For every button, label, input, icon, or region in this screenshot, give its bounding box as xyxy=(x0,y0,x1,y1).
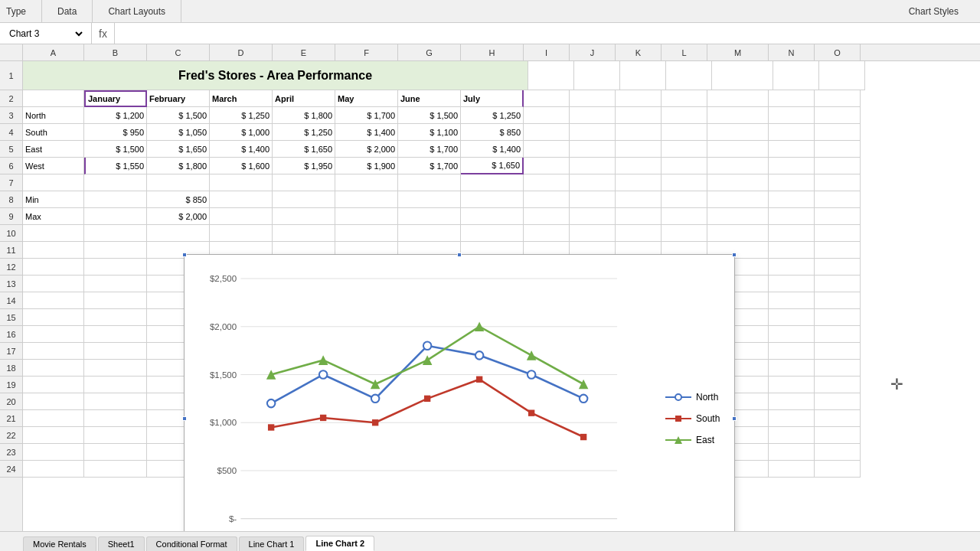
cell-19O[interactable] xyxy=(815,377,861,393)
cell-2F[interactable]: May xyxy=(335,90,398,107)
tab-line-chart-2[interactable]: Line Chart 2 xyxy=(305,536,374,551)
cell-18O[interactable] xyxy=(815,360,861,377)
cell-22A[interactable] xyxy=(23,427,84,444)
cell-12B[interactable] xyxy=(84,259,147,276)
cell-21O[interactable] xyxy=(815,410,861,427)
cell-20A[interactable] xyxy=(23,393,84,410)
cell-10N[interactable] xyxy=(769,225,815,242)
cell-9H[interactable] xyxy=(461,208,524,225)
cell-7H[interactable] xyxy=(461,174,524,191)
cell-5K[interactable] xyxy=(616,141,662,158)
cell-4G[interactable]: $ 1,100 xyxy=(398,124,461,141)
cell-7N[interactable] xyxy=(769,174,815,191)
cell-8C[interactable]: $ 850 xyxy=(147,191,210,208)
cell-16N[interactable] xyxy=(769,326,815,343)
cell-8L[interactable] xyxy=(662,191,707,208)
col-header-A[interactable]: A xyxy=(23,44,84,60)
name-box-select[interactable]: Chart 3 xyxy=(6,28,85,40)
col-header-J[interactable]: J xyxy=(570,44,616,60)
cell-23A[interactable] xyxy=(23,444,84,461)
cell-5B[interactable]: $ 1,500 xyxy=(84,141,147,158)
cell-2L[interactable] xyxy=(662,90,707,107)
cell-7M[interactable] xyxy=(707,174,769,191)
toolbar-data[interactable]: Data xyxy=(42,0,93,22)
cell-23B[interactable] xyxy=(84,444,147,461)
cell-6M[interactable] xyxy=(707,158,769,174)
cell-8F[interactable] xyxy=(335,191,398,208)
col-header-G[interactable]: G xyxy=(398,44,461,60)
cell-10I[interactable] xyxy=(524,225,570,242)
cell-5M[interactable] xyxy=(707,141,769,158)
col-header-E[interactable]: E xyxy=(273,44,335,60)
cell-5J[interactable] xyxy=(570,141,616,158)
cell-6H[interactable]: $ 1,650 xyxy=(461,158,524,174)
cell-8N[interactable] xyxy=(769,191,815,208)
cell-4M[interactable] xyxy=(707,124,769,141)
cell-7O[interactable] xyxy=(815,174,861,191)
cell-12A[interactable] xyxy=(23,259,84,276)
cell-19A[interactable] xyxy=(23,377,84,393)
cell-10G[interactable] xyxy=(398,225,461,242)
cell-7G[interactable] xyxy=(398,174,461,191)
cell-3L[interactable] xyxy=(662,107,707,124)
cell-6G[interactable]: $ 1,700 xyxy=(398,158,461,174)
cell-1M[interactable] xyxy=(712,61,773,90)
cell-6D[interactable]: $ 1,600 xyxy=(210,158,273,174)
cell-9I[interactable] xyxy=(524,208,570,225)
cell-5H[interactable]: $ 1,400 xyxy=(461,141,524,158)
tab-line-chart-1[interactable]: Line Chart 1 xyxy=(239,536,305,551)
chart-handle-mr[interactable] xyxy=(732,416,737,421)
tab-movie-rentals[interactable]: Movie Rentals xyxy=(23,536,96,551)
cell-4J[interactable] xyxy=(570,124,616,141)
cell-8J[interactable] xyxy=(570,191,616,208)
cell-10A[interactable] xyxy=(23,225,84,242)
cell-9O[interactable] xyxy=(815,208,861,225)
cell-7L[interactable] xyxy=(662,174,707,191)
cell-12O[interactable] xyxy=(815,259,861,276)
cell-7B[interactable] xyxy=(84,174,147,191)
col-header-B[interactable]: B xyxy=(84,44,147,60)
cell-4C[interactable]: $ 1,050 xyxy=(147,124,210,141)
cell-4E[interactable]: $ 1,250 xyxy=(273,124,335,141)
cell-13N[interactable] xyxy=(769,276,815,292)
cell-15O[interactable] xyxy=(815,309,861,326)
cell-5L[interactable] xyxy=(662,141,707,158)
cell-17A[interactable] xyxy=(23,343,84,360)
cell-3J[interactable] xyxy=(570,107,616,124)
cell-22O[interactable] xyxy=(815,427,861,444)
cell-7C[interactable] xyxy=(147,174,210,191)
toolbar-type[interactable]: Type xyxy=(6,0,42,22)
cell-14N[interactable] xyxy=(769,292,815,309)
cell-2G[interactable]: June xyxy=(398,90,461,107)
cell-18A[interactable] xyxy=(23,360,84,377)
cell-8A[interactable]: Min xyxy=(23,191,84,208)
cell-10K[interactable] xyxy=(616,225,662,242)
cell-11O[interactable] xyxy=(815,242,861,259)
formula-input[interactable] xyxy=(115,23,980,44)
cell-8D[interactable] xyxy=(210,191,273,208)
cell-14B[interactable] xyxy=(84,292,147,309)
cell-6O[interactable] xyxy=(815,158,861,174)
cell-3M[interactable] xyxy=(707,107,769,124)
cell-5C[interactable]: $ 1,650 xyxy=(147,141,210,158)
tab-sheet1[interactable]: Sheet1 xyxy=(98,536,145,551)
chart-handle-tm[interactable] xyxy=(457,253,462,257)
cell-6C[interactable]: $ 1,800 xyxy=(147,158,210,174)
cell-24A[interactable] xyxy=(23,461,84,478)
cell-8B[interactable] xyxy=(84,191,147,208)
cell-10M[interactable] xyxy=(707,225,769,242)
cell-3A[interactable]: North xyxy=(23,107,84,124)
cell-9A[interactable]: Max xyxy=(23,208,84,225)
cell-1K[interactable] xyxy=(620,61,666,90)
cell-16B[interactable] xyxy=(84,326,147,343)
col-header-H[interactable]: H xyxy=(461,44,524,60)
cell-2B[interactable]: January xyxy=(84,90,147,107)
cell-8I[interactable] xyxy=(524,191,570,208)
cell-9J[interactable] xyxy=(570,208,616,225)
cell-10C[interactable] xyxy=(147,225,210,242)
name-box[interactable]: Chart 3 xyxy=(0,23,92,44)
cell-9G[interactable] xyxy=(398,208,461,225)
fx-button[interactable]: fx xyxy=(92,23,115,44)
cell-3I[interactable] xyxy=(524,107,570,124)
cell-1J[interactable] xyxy=(574,61,620,90)
